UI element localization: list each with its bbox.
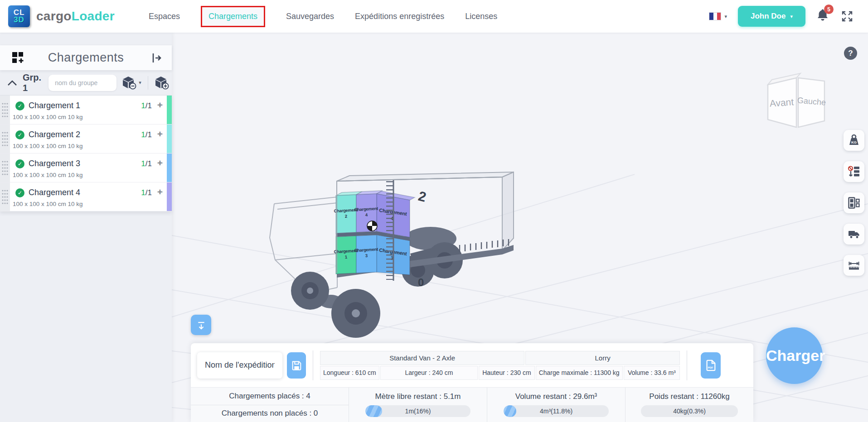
item-dimensions: 100 x 100 x 100 cm 10 kg — [13, 143, 83, 149]
help-button[interactable]: ? — [844, 47, 857, 60]
volume-progress-bar: 4m³(11.8%) — [504, 405, 608, 417]
count-total: /1 — [145, 101, 152, 110]
stat-unplaced: Chargements non placés : 0 — [191, 405, 349, 422]
nav-expeditions[interactable]: Expéditions enregistrées — [355, 12, 444, 21]
add-cargo-button[interactable] — [155, 76, 170, 90]
count-loaded: 1 — [141, 159, 145, 168]
pdf-document-icon: PDF — [704, 359, 717, 372]
progress-label: 4m³(11.8%) — [504, 405, 608, 417]
ruler-icon — [848, 259, 860, 272]
spec-width: Largeur : 240 cm — [380, 366, 478, 380]
drag-handle[interactable] — [0, 125, 10, 153]
add-quantity-button[interactable]: + — [157, 129, 163, 139]
layout-view-button[interactable] — [844, 192, 864, 213]
language-selector[interactable]: ▾ — [709, 12, 727, 20]
truck-view-button[interactable] — [844, 224, 864, 245]
spec-height: Hauteur : 230 cm — [479, 366, 535, 380]
spec-max-load: Charge maximale : 11300 kg — [536, 366, 623, 380]
item-dimensions: 100 x 100 x 100 cm 10 kg — [13, 114, 83, 120]
layout-panels-icon — [848, 197, 860, 209]
stat-title: Volume restant : 29.6m³ — [487, 388, 625, 401]
list-item-chargement-1[interactable]: ✓ Chargement 1 1/1 + 100 x 100 x 100 cm … — [0, 96, 172, 125]
spec-volume: Volume : 33.6 m³ — [624, 366, 680, 380]
divider — [148, 76, 148, 90]
measure-button[interactable] — [844, 255, 864, 276]
no-stacking-icon — [848, 165, 860, 178]
user-name: John Doe — [751, 12, 786, 21]
count-loaded: 1 — [141, 101, 145, 110]
collapse-sidebar-button[interactable] — [150, 52, 163, 66]
nav-espaces[interactable]: Espaces — [149, 12, 180, 21]
weight-view-button[interactable]: KG — [844, 130, 864, 151]
progress-label: 40kg(0.3%) — [641, 405, 738, 417]
app-logo[interactable]: CL 3D cargoLoader — [0, 5, 115, 27]
drag-handle[interactable] — [0, 182, 10, 211]
item-count: 1/1 — [141, 101, 152, 110]
charger-button[interactable]: Charger — [766, 327, 823, 384]
group-name-input[interactable] — [48, 75, 116, 91]
ruler-number-bottom: 0 — [418, 276, 424, 288]
list-item-chargement-2[interactable]: ✓ Chargement 2 1/1 + 100 x 100 x 100 cm … — [0, 125, 172, 153]
meter-progress-bar: 1m(16%) — [365, 405, 470, 417]
save-expedition-button[interactable] — [287, 352, 306, 379]
nav-sauvegardes[interactable]: Sauvegardes — [286, 12, 334, 21]
cube-face-front-label: Avant — [769, 96, 794, 109]
svg-text:2: 2 — [345, 214, 348, 219]
item-name: Chargement 1 — [29, 101, 80, 110]
item-name: Chargement 4 — [29, 188, 80, 197]
nav-chargements[interactable]: Chargements — [201, 6, 265, 27]
count-total: /1 — [145, 188, 152, 197]
nav-licenses[interactable]: Licenses — [465, 12, 497, 21]
load-summary-panel: Standard Van - 2 Axle Lorry Longueur : 6… — [191, 343, 753, 422]
notifications-button[interactable]: 5 — [816, 9, 829, 24]
chevron-down-icon: ▾ — [139, 80, 141, 86]
drag-handle[interactable] — [0, 153, 10, 182]
count-total: /1 — [145, 130, 152, 139]
item-dimensions: 100 x 100 x 100 cm 10 kg — [13, 201, 83, 207]
weight-kg-icon: KG — [848, 134, 860, 147]
weight-progress-bar: 40kg(0.3%) — [641, 405, 738, 417]
stats-row: Chargements placés : 4 Chargements non p… — [191, 387, 753, 422]
arrow-bar-right-icon — [150, 52, 163, 64]
user-menu-button[interactable]: John Doe ▾ — [738, 6, 805, 27]
add-quantity-button[interactable]: + — [157, 100, 163, 110]
chevron-up-icon — [7, 80, 17, 86]
svg-text:PDF: PDF — [708, 366, 713, 369]
drag-handle[interactable] — [0, 96, 10, 124]
add-quantity-button[interactable]: + — [157, 158, 163, 168]
remove-cargo-button[interactable]: ▾ — [122, 76, 141, 90]
download-scene-button[interactable] — [191, 315, 211, 335]
item-dimensions: 100 x 100 x 100 cm 10 kg — [13, 172, 83, 178]
export-pdf-button[interactable]: PDF — [701, 352, 721, 379]
stat-placed: Chargements placés : 4 — [191, 388, 349, 405]
no-stacking-button[interactable] — [844, 161, 864, 182]
add-grid-button[interactable] — [12, 52, 24, 66]
logo-badge-bottom: 3D — [14, 16, 24, 24]
expedition-name-input[interactable] — [197, 352, 282, 379]
list-item-chargement-4[interactable]: ✓ Chargement 4 1/1 + 100 x 100 x 100 cm … — [0, 182, 172, 211]
truck-front-axle — [291, 272, 380, 338]
truck-icon — [848, 228, 860, 240]
add-quantity-button[interactable]: + — [157, 187, 163, 197]
list-item-chargement-3[interactable]: ✓ Chargement 3 1/1 + 100 x 100 x 100 cm … — [0, 153, 172, 182]
vehicle-type-header: Standard Van - 2 Axle — [320, 351, 524, 365]
svg-text:3: 3 — [365, 253, 368, 258]
download-icon — [194, 318, 208, 332]
chevron-down-icon: ▾ — [724, 14, 727, 19]
item-count: 1/1 — [141, 130, 152, 139]
stat-title: Mètre libre restant : 5.1m — [349, 388, 487, 401]
fullscreen-button[interactable] — [840, 9, 854, 24]
orientation-cube[interactable]: Avant Gauche — [768, 73, 826, 127]
group-label: Grp. 1 — [23, 72, 41, 93]
item-name: Chargement 3 — [29, 159, 80, 168]
cube-minus-icon — [122, 76, 137, 90]
main-nav: Espaces Chargements Sauvegardes Expéditi… — [149, 6, 497, 27]
logo-badge-top: CL — [14, 9, 25, 16]
count-total: /1 — [145, 159, 152, 168]
meter-stat: Mètre libre restant : 5.1m 1m(16%) — [349, 388, 487, 422]
vehicle-spec-table: Standard Van - 2 Axle Lorry Longueur : 6… — [320, 351, 680, 380]
group-collapse-button[interactable] — [7, 80, 17, 86]
view-toolbar: KG — [844, 130, 864, 276]
check-icon: ✓ — [15, 159, 24, 168]
brand-cargo: cargo — [36, 9, 72, 23]
